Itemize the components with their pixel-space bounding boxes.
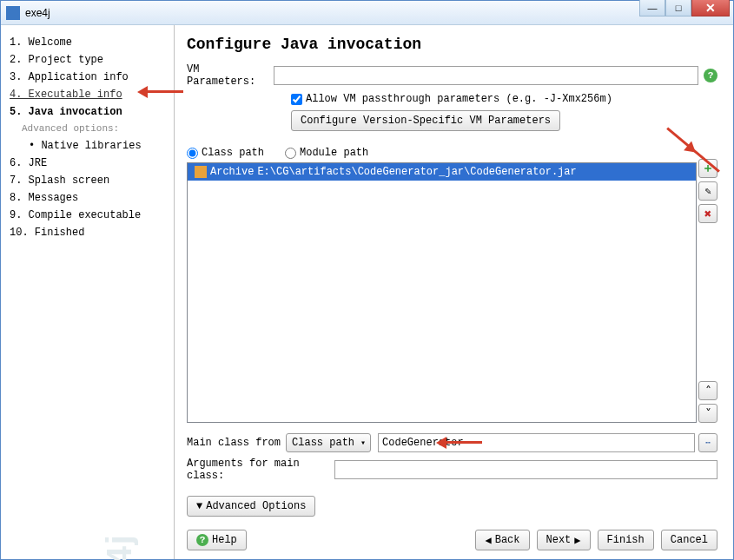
app-icon	[6, 6, 20, 20]
step-compile-executable[interactable]: 9. Compile executable	[10, 207, 165, 224]
help-icon[interactable]: ?	[704, 69, 717, 82]
step-messages[interactable]: 8. Messages	[10, 189, 165, 207]
arguments-input[interactable]	[334, 460, 717, 479]
back-label: Back	[495, 534, 520, 546]
edit-entry-button[interactable]: ✎	[698, 181, 717, 201]
window-title: exe4j	[25, 7, 50, 19]
delete-entry-button[interactable]: ✖	[698, 204, 717, 223]
next-button[interactable]: Next ▶	[537, 530, 591, 550]
step-native-libraries[interactable]: • Native libraries	[10, 137, 165, 155]
main-panel: Configure Java invocation VM Parameters:…	[175, 25, 733, 559]
help-button[interactable]: ? Help	[187, 530, 247, 550]
classpath-entry[interactable]: Archive E:\CG\artifacts\CodeGenerator_ja…	[188, 163, 696, 181]
main-class-from-label: Main class from	[187, 437, 281, 449]
advanced-options-label: Advanced Options	[206, 500, 306, 512]
classpath-radio-wrap[interactable]: Class path	[187, 147, 264, 159]
classpath-listbox[interactable]: Archive E:\CG\artifacts\CodeGenerator_ja…	[187, 162, 697, 423]
configure-version-specific-button[interactable]: Configure Version-Specific VM Parameters	[291, 110, 560, 131]
back-button[interactable]: ◀ Back	[475, 530, 529, 550]
step-splash-screen[interactable]: 7. Splash screen	[10, 172, 165, 189]
browse-main-class-button[interactable]: ⋯	[698, 433, 717, 452]
allow-passthrough-checkbox[interactable]	[291, 94, 302, 105]
advanced-options-button[interactable]: ▼ Advanced Options	[187, 496, 315, 517]
step-finished[interactable]: 10. Finished	[10, 224, 165, 241]
annotation-arrow-icon	[430, 437, 621, 449]
step-project-type[interactable]: 2. Project type	[10, 51, 165, 69]
wizard-sidebar: 1. Welcome 2. Project type 3. Applicatio…	[1, 25, 175, 559]
step-welcome[interactable]: 1. Welcome	[10, 34, 165, 51]
close-button[interactable]: ✕	[691, 0, 730, 16]
app-window: exe4j — □ ✕ 1. Welcome 2. Project type 3…	[0, 0, 734, 560]
help-icon: ?	[196, 534, 208, 546]
main-class-source-dropdown[interactable]: Class path	[286, 433, 371, 452]
next-label: Next	[546, 534, 572, 546]
help-button-label: Help	[212, 534, 237, 546]
classpath-radio[interactable]	[187, 148, 198, 159]
advanced-options-label: Advanced options:	[10, 121, 165, 137]
vm-parameters-input[interactable]	[274, 66, 698, 85]
allow-passthrough-label: Allow VM passthrough parameters (e.g. -J…	[306, 93, 612, 105]
modulepath-radio-label: Module path	[300, 147, 368, 159]
step-jre[interactable]: 6. JRE	[10, 155, 165, 172]
step-java-invocation[interactable]: 5. Java invocation	[10, 103, 165, 121]
arguments-label: Arguments for main class:	[187, 458, 334, 482]
vm-parameters-label: VM Parameters:	[187, 63, 274, 88]
watermark: exe4j	[100, 533, 139, 560]
maximize-button[interactable]: □	[665, 0, 691, 16]
entry-type: Archive	[210, 166, 254, 178]
minimize-button[interactable]: —	[639, 0, 665, 16]
page-title: Configure Java invocation	[187, 36, 717, 53]
classpath-radio-label: Class path	[202, 147, 264, 159]
jar-icon	[195, 166, 207, 178]
titlebar[interactable]: exe4j — □ ✕	[1, 1, 733, 25]
modulepath-radio-wrap[interactable]: Module path	[285, 147, 368, 159]
modulepath-radio[interactable]	[285, 148, 296, 159]
finish-button[interactable]: Finish	[598, 530, 654, 550]
cancel-button[interactable]: Cancel	[661, 530, 717, 550]
move-down-button[interactable]: ˅	[698, 404, 717, 423]
step-application-info[interactable]: 3. Application info	[10, 69, 165, 86]
entry-path: E:\CG\artifacts\CodeGenerator_jar\CodeGe…	[257, 166, 576, 178]
move-up-button[interactable]: ˄	[698, 381, 717, 400]
